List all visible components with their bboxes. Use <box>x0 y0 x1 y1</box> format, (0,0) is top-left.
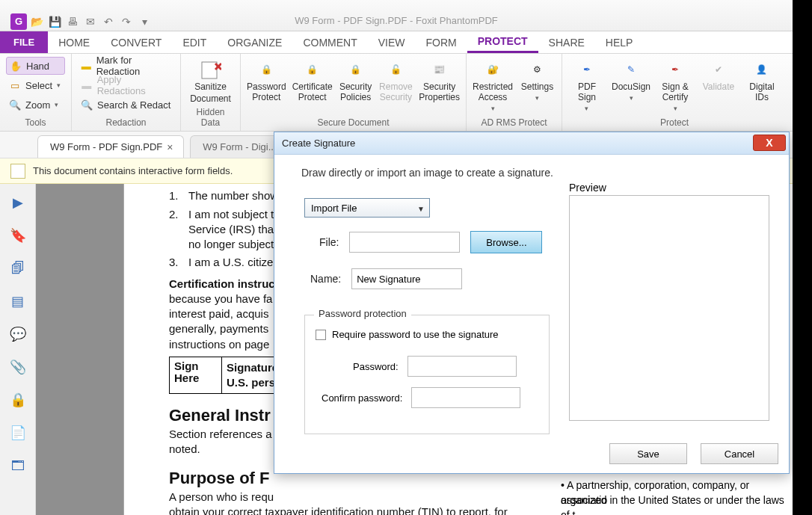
page-gutter <box>36 184 124 515</box>
tab-home[interactable]: HOME <box>48 31 100 53</box>
tab-help[interactable]: HELP <box>595 31 644 53</box>
infobar-text: This document contains interactive form … <box>33 165 233 176</box>
attachments-icon[interactable]: 📎 <box>10 359 26 375</box>
sign-certify-button[interactable]: ✒Sign & Certify▾ <box>656 57 694 112</box>
dialog-instruction: Draw directly or import an image to crea… <box>301 167 781 179</box>
sanitize-l2: Document <box>190 94 231 105</box>
layers-icon[interactable]: ▤ <box>10 293 26 309</box>
bold-text: Certification instruc <box>169 277 275 290</box>
doc-tab-1[interactable]: W9 Form - PDF Sign.PDF× <box>37 135 184 158</box>
zoom-label: Zoom <box>25 99 50 111</box>
doc-tab-2-label: W9 Form - Digi... <box>203 141 276 152</box>
file-row: File: Browse... <box>319 231 542 253</box>
tab-file[interactable]: FILE <box>0 31 48 53</box>
apply-redactions-button[interactable]: ▬Apply Redactions <box>78 76 174 94</box>
pages-icon[interactable]: 🗐 <box>10 260 26 277</box>
dialog-title-bar[interactable]: Create Signature X <box>274 132 789 155</box>
file-input[interactable] <box>349 232 460 253</box>
tab-organize[interactable]: ORGANIZE <box>217 31 292 53</box>
chevron-down-icon: ▼ <box>417 205 425 213</box>
ribbon-group-protect: ✒PDF Sign▾ ✎DocuSign▾ ✒Sign & Certify▾ ✔… <box>562 54 787 131</box>
sign-cert-icon: ✒ <box>664 60 686 81</box>
set-label: Settings <box>521 82 553 93</box>
password-protection-fieldset: Password protection Require password to … <box>304 315 550 434</box>
tab-form[interactable]: FORM <box>416 31 467 53</box>
name-input[interactable] <box>351 268 462 289</box>
ol-num: 3. <box>169 255 182 270</box>
name-row: Name: <box>310 268 462 289</box>
gear-icon: ⚙ <box>526 60 549 81</box>
properties-icon: 📰 <box>428 60 451 81</box>
close-icon[interactable]: × <box>167 141 177 152</box>
restricted-access-button[interactable]: 🔐Restricted Access▾ <box>473 57 513 112</box>
ol-text: The number show <box>188 188 278 203</box>
tab-comment[interactable]: COMMENT <box>292 31 367 53</box>
ribbon-tabs: FILE HOME CONVERT EDIT ORGANIZE COMMENT … <box>0 31 793 54</box>
apply-label: Apply Redactions <box>97 74 171 96</box>
id-icon: 👤 <box>751 60 773 81</box>
close-button[interactable]: X <box>753 135 786 151</box>
highlight-icon: ▬ <box>81 60 92 72</box>
validate-button[interactable]: ✔Validate <box>700 57 737 112</box>
preview-box <box>569 195 769 421</box>
security-policies-button[interactable]: 🔒Security Policies <box>339 57 373 103</box>
pdf-sign-button[interactable]: ✒PDF Sign▾ <box>568 57 606 112</box>
fields-icon[interactable]: 🗔 <box>10 457 26 474</box>
sanitize-l1: Sanitize <box>194 82 227 93</box>
security-panel-icon[interactable]: 🔒 <box>10 392 26 408</box>
tab-edit[interactable]: EDIT <box>172 31 217 53</box>
select-label: Select <box>25 80 52 91</box>
text-line: organized in the United States or under … <box>561 493 785 515</box>
checkbox-icon <box>316 330 326 340</box>
name-label: Name: <box>310 273 341 285</box>
group-label-redaction: Redaction <box>78 117 174 129</box>
remove-security-button[interactable]: 🔓Remove Security <box>379 57 413 103</box>
navigation-pane: ▶ 🔖 🗐 ▤ 💬 📎 🔒 📄 🗔 <box>0 184 36 515</box>
sc-label: Sign & Certify <box>662 82 688 103</box>
signatures-icon[interactable]: 📄 <box>10 425 26 441</box>
tab-protect[interactable]: PROTECT <box>467 31 538 53</box>
tab-view[interactable]: VIEW <box>368 31 416 53</box>
sign-a: Sign <box>174 360 199 372</box>
sanitize-button[interactable]: SanitizeDocument <box>187 57 234 105</box>
zoom-icon: 🔍 <box>9 99 21 111</box>
svg-rect-0 <box>202 62 217 78</box>
ribbon: ✋Hand ▭Select▾ 🔍Zoom▾ Tools ▬Mark for Re… <box>0 54 793 132</box>
capture-border <box>793 0 812 515</box>
docusign-button[interactable]: ✎DocuSign▾ <box>612 57 650 112</box>
hand-icon: ✋ <box>10 60 22 72</box>
tab-share[interactable]: SHARE <box>538 31 595 53</box>
zoom-tool-button[interactable]: 🔍Zoom▾ <box>6 96 65 114</box>
preview-label: Preview <box>569 182 606 194</box>
bookmark-icon[interactable]: 🔖 <box>10 227 26 244</box>
select-tool-button[interactable]: ▭Select▾ <box>6 76 65 94</box>
ribbon-group-adrms: 🔐Restricted Access▾ ⚙Settings▾ AD RMS Pr… <box>467 54 562 131</box>
search-icon: 🔍 <box>81 99 93 111</box>
confirm-password-input[interactable] <box>411 387 520 408</box>
hand-tool-button[interactable]: ✋Hand <box>6 57 65 75</box>
browse-button[interactable]: Browse... <box>470 231 542 253</box>
signature-source-dropdown[interactable]: Import File ▼ <box>304 198 430 218</box>
mark-redaction-button[interactable]: ▬Mark for Redaction <box>78 57 174 75</box>
ol-num: 2. <box>169 207 182 253</box>
group-label-hidden: Hidden Data <box>187 107 234 129</box>
cancel-button[interactable]: Cancel <box>701 443 778 464</box>
password-protect-button[interactable]: 🔒Password Protect <box>247 57 286 103</box>
policy-lock-icon: 🔒 <box>345 60 367 81</box>
search-redact-button[interactable]: 🔍Search & Redact <box>78 96 174 114</box>
fieldset-legend: Password protection <box>314 308 411 319</box>
dialog-body: Draw directly or import an image to crea… <box>282 162 781 437</box>
ribbon-group-secure: 🔒Password Protect 🔒Certificate Protect 🔒… <box>241 54 467 131</box>
security-properties-button[interactable]: 📰Security Properties <box>419 57 460 103</box>
certificate-protect-button[interactable]: 🔒Certificate Protect <box>292 57 333 103</box>
expand-icon[interactable]: ▶ <box>10 194 26 211</box>
settings-button[interactable]: ⚙Settings▾ <box>519 57 556 112</box>
password-input[interactable] <box>407 356 517 377</box>
combo-value: Import File <box>311 203 357 214</box>
cert-lock-icon: 🔒 <box>301 60 324 81</box>
tab-convert[interactable]: CONVERT <box>100 31 172 53</box>
digital-ids-button[interactable]: 👤Digital IDs <box>743 57 781 112</box>
save-button[interactable]: Save <box>609 443 687 464</box>
comments-icon[interactable]: 💬 <box>10 326 26 342</box>
require-password-checkbox[interactable]: Require password to use the signature <box>316 329 499 340</box>
